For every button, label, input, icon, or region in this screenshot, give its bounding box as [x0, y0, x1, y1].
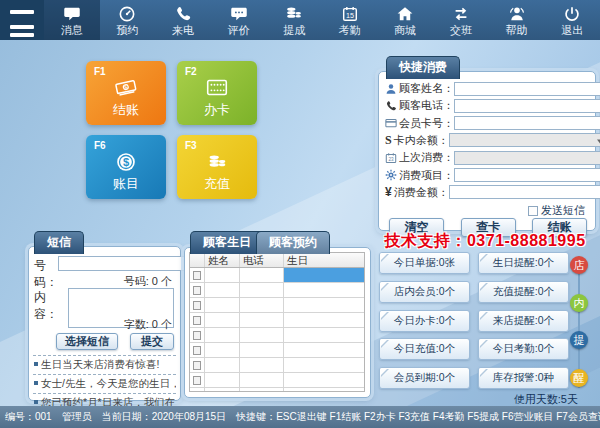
ribbon-badge[interactable]: 提 — [570, 331, 588, 349]
reminder-label: 库存报警:0种 — [493, 371, 554, 385]
toolbar-item-shift-arrows[interactable]: 交班 — [433, 0, 489, 40]
tab-quick-consume[interactable]: 快捷消费 — [386, 56, 460, 79]
row-checkbox[interactable] — [193, 286, 201, 295]
birthday-cell[interactable] — [284, 268, 364, 282]
phone-cell — [240, 328, 284, 342]
tile-f3[interactable]: F3充值 — [177, 135, 257, 199]
table-row[interactable] — [190, 283, 364, 298]
table-row[interactable] — [190, 298, 364, 313]
choose-sms-button[interactable]: 选择短信 — [56, 333, 118, 350]
quick-field-input[interactable] — [455, 169, 600, 181]
sms-char-count: 字数: 0 个 — [124, 317, 172, 332]
row-checkbox[interactable] — [193, 376, 201, 385]
reminder-button[interactable]: 今日考勤:0个 — [478, 338, 569, 360]
toolbar-item-home[interactable]: 商城 — [378, 0, 434, 40]
sms-content-label: 内容： — [34, 288, 68, 328]
reminder-button[interactable]: 会员到期:0个 — [379, 367, 470, 389]
tile-f1[interactable]: F1$结账 — [86, 61, 166, 125]
quick-field-input[interactable] — [455, 83, 600, 95]
table-row[interactable] — [190, 268, 364, 283]
toolbar-item-clock[interactable]: 预约 — [100, 0, 156, 40]
quick-field-inputbox — [449, 133, 600, 147]
person-icon — [385, 83, 397, 95]
quick-field-input[interactable] — [455, 117, 600, 129]
reminder-button[interactable]: 充值提醒:0个 — [478, 281, 569, 303]
quick-field-input[interactable] — [450, 186, 600, 198]
row-checkbox-cell — [190, 358, 205, 372]
table-row[interactable] — [190, 373, 364, 388]
toolbar-item-coins[interactable]: 提成 — [266, 0, 322, 40]
column-header[interactable]: 姓名 — [205, 253, 240, 267]
reminder-grid: 今日单据:0张生日提醒:0个店内会员:0个充值提醒:0个今日办卡:0个来店提醒:… — [379, 252, 569, 390]
toolbar-item-power[interactable]: 退出 — [544, 0, 600, 40]
ribbon-badge[interactable]: 内 — [570, 294, 588, 312]
quick-field-row: S卡内余额： — [385, 133, 587, 148]
toolbar-item-message[interactable]: 消息 — [44, 0, 100, 40]
toolbar-item-phone[interactable]: 来电 — [155, 0, 211, 40]
sms-submit-button[interactable]: 提交 — [130, 333, 174, 350]
reminder-button[interactable]: 生日提醒:0个 — [478, 252, 569, 274]
toolbar-item-label: 帮助 — [506, 24, 528, 36]
tile-label: 充值 — [177, 175, 257, 193]
row-checkbox-cell — [190, 283, 205, 297]
reminder-label: 今日充值:0个 — [394, 342, 455, 356]
tab-customer-birthday[interactable]: 顾客生日 — [190, 231, 264, 254]
reminder-button[interactable]: 库存报警:0种 — [478, 367, 569, 389]
name-cell — [205, 298, 240, 312]
header-checkbox-cell — [190, 253, 205, 267]
row-checkbox[interactable] — [193, 331, 201, 340]
birthday-cell — [284, 343, 364, 357]
ribbon-badge[interactable]: 店 — [570, 256, 588, 274]
row-checkbox[interactable] — [193, 391, 201, 393]
row-checkbox-cell — [190, 343, 205, 357]
table-row[interactable] — [190, 343, 364, 358]
menu-button[interactable] — [0, 0, 44, 40]
toolbar-item-label: 退出 — [561, 24, 583, 36]
row-checkbox[interactable] — [193, 316, 201, 325]
quick-field-input[interactable] — [455, 100, 600, 112]
banknotes-icon: $ — [86, 75, 166, 101]
table-row[interactable] — [190, 328, 364, 343]
usage-days-label: 使用天数:5天 — [514, 392, 578, 407]
support-person-icon — [508, 5, 526, 23]
sms-panel: 号码： 号码: 0 个 内容： 字数: 0 个 选择短信 提交 生日当天来店消费… — [28, 246, 181, 401]
reminder-button[interactable]: 今日充值:0个 — [379, 338, 470, 360]
reminder-button[interactable]: 今日单据:0张 — [379, 252, 470, 274]
tile-f6[interactable]: F6$账目 — [86, 135, 166, 199]
sms-phrase-item[interactable]: 女士/先生，今天是您的生日，祝您… — [33, 374, 176, 393]
row-checkbox[interactable] — [193, 301, 201, 310]
tile-f2[interactable]: F2办卡 — [177, 61, 257, 125]
row-checkbox[interactable] — [193, 346, 201, 355]
table-row[interactable] — [190, 313, 364, 328]
toolbar-item-calendar-15[interactable]: 15考勤 — [322, 0, 378, 40]
column-header[interactable]: 电话 — [240, 253, 284, 267]
table-row[interactable] — [190, 388, 364, 392]
support-hotline-banner: 技术支持：0371-88881995 — [372, 231, 598, 252]
reminder-button[interactable]: 今日办卡:0个 — [379, 310, 470, 332]
toolbar-item-label: 来电 — [172, 24, 194, 36]
birthday-cell — [284, 388, 364, 392]
ribbon-badge[interactable]: 醒 — [570, 369, 588, 387]
quick-field-inputbox — [454, 82, 600, 96]
sms-phrase-item[interactable]: 生日当天来店消费有惊喜! — [33, 355, 176, 374]
reminder-button[interactable]: 店内会员:0个 — [379, 281, 470, 303]
quick-field-label: 上次消费： — [399, 150, 454, 165]
reminder-button[interactable]: 来店提醒:0个 — [478, 310, 569, 332]
row-checkbox[interactable] — [193, 361, 201, 370]
phone-icon — [174, 5, 192, 23]
toolbar-item-label: 预约 — [116, 24, 138, 36]
row-checkbox[interactable] — [193, 271, 201, 280]
reminder-label: 生日提醒:0个 — [493, 256, 554, 270]
status-date: 当前日期：2020年08月15日 — [102, 410, 227, 424]
table-row[interactable] — [190, 358, 364, 373]
message-icon — [63, 5, 81, 23]
tab-customer-appointment[interactable]: 顾客预约 — [256, 231, 330, 254]
column-header[interactable]: 生日 — [284, 253, 364, 267]
toolbar-item-support-person[interactable]: 帮助 — [489, 0, 545, 40]
tab-sms[interactable]: 短信 — [34, 231, 84, 254]
quick-field-inputbox — [449, 185, 600, 199]
send-sms-checkbox[interactable] — [528, 206, 538, 216]
toolbar-item-comment-dots[interactable]: 评价 — [211, 0, 267, 40]
power-icon — [563, 5, 581, 23]
send-sms-checkbox-row[interactable]: 发送短信 — [528, 203, 585, 218]
